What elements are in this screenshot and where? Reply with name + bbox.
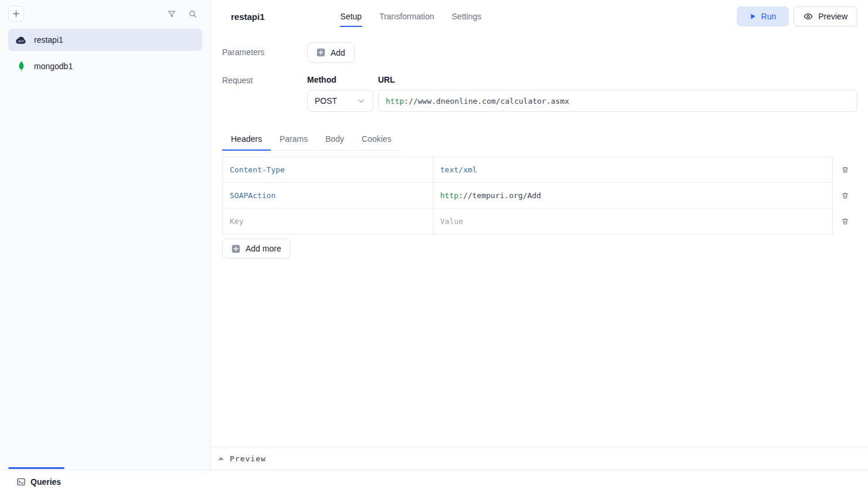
run-button-label: Run: [761, 12, 777, 21]
request-config-tabs: Headers Params Body Cookies: [222, 128, 400, 151]
bottom-bar: Queries: [0, 470, 868, 493]
method-label: Method: [307, 75, 373, 84]
tab-settings[interactable]: Settings: [451, 0, 482, 33]
method-select[interactable]: POST: [307, 90, 373, 112]
app-window: REST restapi1 mongodb1 restapi1 Setup: [0, 0, 868, 493]
new-query-button[interactable]: [8, 6, 24, 22]
chevron-up-icon: [218, 457, 224, 460]
query-list: REST restapi1 mongodb1: [0, 25, 210, 81]
delete-row-button[interactable]: [833, 182, 857, 209]
header-value-input[interactable]: http://tempuri.org/Add: [433, 182, 833, 209]
tab-label: Headers: [231, 134, 262, 144]
parameters-label: Parameters: [222, 42, 307, 63]
plus-square-icon: [232, 244, 240, 253]
play-icon: [750, 13, 756, 20]
queries-tab-label: Queries: [30, 477, 61, 487]
sidebar-item-restapi1[interactable]: REST restapi1: [8, 29, 202, 51]
tab-label: Body: [325, 134, 344, 144]
header-key-input[interactable]: SOAPAction: [222, 182, 433, 209]
editor-actions: Run Preview: [737, 0, 857, 33]
search-icon[interactable]: [188, 9, 198, 19]
header-value-scheme: http: [440, 191, 458, 200]
url-input[interactable]: http://www.dneonline.com/calculator.asmx: [378, 90, 857, 112]
active-tab-indicator: [8, 467, 64, 469]
query-editor: restapi1 Setup Transformation Settings: [211, 0, 868, 470]
add-more-label: Add more: [246, 244, 281, 253]
header-value-input[interactable]: text/xml: [433, 157, 833, 183]
sidebar-tools: [167, 9, 198, 19]
header-key-input[interactable]: Content-Type: [222, 157, 433, 183]
header-value-text: text/xml: [440, 165, 477, 174]
leaf-icon: [15, 60, 27, 73]
run-button[interactable]: Run: [737, 6, 789, 26]
value-placeholder: Value: [440, 217, 463, 226]
header-key-value: Content-Type: [230, 165, 285, 174]
url-scheme: http: [386, 97, 404, 106]
sidebar-item-mongodb1[interactable]: mongodb1: [8, 55, 202, 77]
sidebar-toolbar: [0, 0, 210, 25]
header-value-input[interactable]: Value: [433, 208, 833, 234]
tab-label: Settings: [452, 12, 482, 21]
tab-cookies[interactable]: Cookies: [353, 128, 400, 150]
request-label: Request: [222, 75, 307, 112]
method-column: Method POST: [307, 75, 373, 112]
tab-body[interactable]: Body: [316, 128, 353, 150]
editor-tabs: Setup Transformation Settings: [340, 0, 482, 33]
sidebar: REST restapi1 mongodb1: [0, 0, 211, 470]
header-key-input[interactable]: Key: [222, 208, 433, 234]
delete-row-button[interactable]: [833, 157, 857, 183]
tab-label: Setup: [341, 12, 362, 21]
parameters-row: Parameters Add: [222, 42, 857, 63]
add-parameter-label: Add: [331, 48, 345, 57]
request-row: Request Method POST URL: [222, 75, 857, 112]
svg-text:REST: REST: [18, 40, 24, 42]
table-row: Key Value: [222, 208, 857, 234]
trash-icon: [841, 165, 849, 174]
table-row: Content-Type text/xml: [222, 157, 857, 183]
terminal-icon: [16, 477, 26, 487]
delete-row-button[interactable]: [833, 208, 857, 234]
tab-queries[interactable]: Queries: [16, 477, 61, 487]
header-value-text: ://tempuri.org/Add: [458, 191, 541, 200]
plus-square-icon: [316, 48, 325, 57]
tab-label: Cookies: [362, 134, 392, 144]
response-preview-label: Preview: [230, 454, 266, 463]
sidebar-item-label: mongodb1: [34, 62, 73, 71]
trash-icon: [841, 191, 849, 200]
setup-panel: Parameters Add Request Method: [211, 33, 868, 447]
sidebar-item-label: restapi1: [34, 35, 63, 45]
tab-transformation[interactable]: Transformation: [379, 0, 435, 33]
url-column: URL http://www.dneonline.com/calculator.…: [378, 75, 857, 112]
preview-button-label: Preview: [818, 12, 847, 21]
add-more-button[interactable]: Add more: [222, 239, 291, 259]
url-rest: ://www.dneonline.com/calculator.asmx: [404, 97, 569, 106]
response-preview-bar[interactable]: Preview: [211, 447, 868, 470]
request-fields: Method POST URL http://www.dne: [307, 75, 857, 112]
header-key-value: SOAPAction: [230, 191, 275, 200]
app-main: REST restapi1 mongodb1 restapi1 Setup: [0, 0, 868, 470]
editor-header: restapi1 Setup Transformation Settings: [211, 0, 868, 33]
chevron-down-icon: [357, 97, 366, 106]
plus-icon: [12, 10, 20, 18]
headers-table: Content-Type text/xml SOA: [222, 157, 857, 234]
filter-icon[interactable]: [167, 9, 176, 19]
tab-setup[interactable]: Setup: [340, 0, 363, 33]
preview-button[interactable]: Preview: [794, 6, 857, 26]
method-value: POST: [315, 96, 337, 106]
tab-headers[interactable]: Headers: [222, 128, 271, 150]
tab-label: Params: [280, 134, 308, 144]
table-row: SOAPAction http://tempuri.org/Add: [222, 182, 857, 209]
cloud-icon: REST: [15, 36, 27, 45]
query-title: restapi1: [231, 12, 265, 22]
add-parameter-button[interactable]: Add: [307, 42, 355, 63]
url-label: URL: [378, 75, 857, 84]
trash-icon: [841, 217, 849, 226]
tab-label: Transformation: [379, 12, 434, 21]
key-placeholder: Key: [230, 217, 243, 226]
tab-params[interactable]: Params: [271, 128, 316, 150]
eye-icon: [804, 12, 813, 21]
